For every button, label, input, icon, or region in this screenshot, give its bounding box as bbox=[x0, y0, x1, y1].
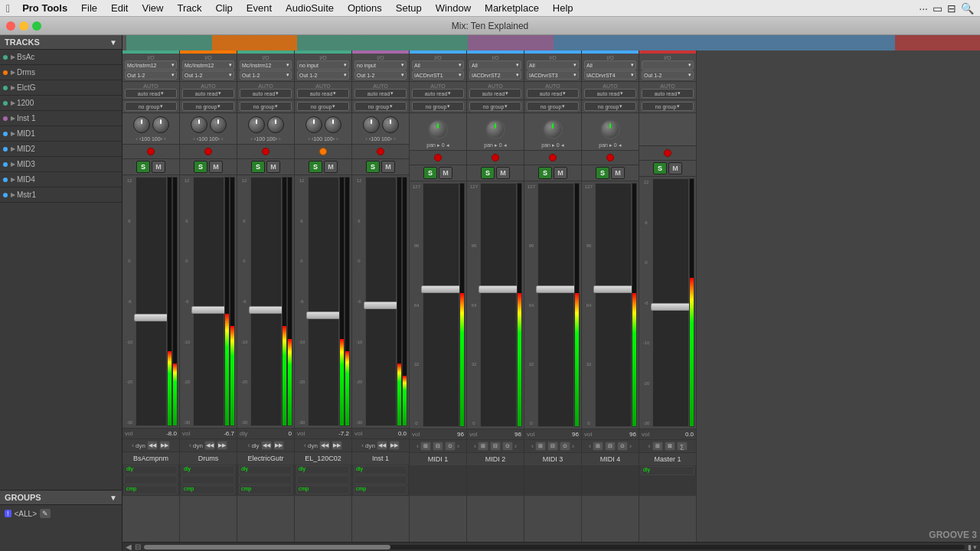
send-knob-right-electricgutr[interactable] bbox=[267, 116, 284, 133]
fader-bg-el_120c02[interactable] bbox=[308, 177, 339, 426]
io-in-arrow[interactable]: ▾ bbox=[631, 62, 634, 68]
trans-forward-el_120c02[interactable]: ▶▶ bbox=[332, 441, 342, 450]
io-input-midi3[interactable]: All ▾ bbox=[527, 60, 579, 70]
tracks-arrow[interactable]: ▼ bbox=[109, 38, 117, 47]
io-output-midi1[interactable]: IACDrvrST1 ▾ bbox=[412, 70, 464, 80]
trans-btn3-master1[interactable]: ∑ bbox=[677, 442, 688, 451]
pan-right-arrow[interactable]: › bbox=[279, 135, 281, 142]
fader-bg-drums[interactable] bbox=[193, 177, 224, 426]
fader-bg-midi2[interactable] bbox=[480, 183, 517, 427]
trans-rewind-inst1[interactable]: ◀◀ bbox=[377, 441, 387, 450]
trans-left-bsacmpnm[interactable]: ‹ bbox=[132, 442, 134, 449]
mute-button-bsacmpnm[interactable]: M bbox=[152, 161, 165, 173]
solo-button-electricgutr[interactable]: S bbox=[251, 161, 265, 173]
window-icon[interactable]: ▭ bbox=[933, 2, 942, 15]
io-out-arrow[interactable]: ▾ bbox=[631, 72, 634, 78]
send-button-midi3[interactable] bbox=[549, 154, 557, 161]
auto-selector-inst1[interactable]: auto read ▾ bbox=[354, 89, 407, 98]
plugin-slot-2[interactable]: cmp bbox=[239, 485, 292, 494]
trans-left-midi1[interactable]: ‹ bbox=[416, 442, 419, 450]
menu-pro-tools[interactable]: Pro Tools bbox=[16, 1, 74, 15]
send-button-drums[interactable] bbox=[204, 148, 212, 155]
send-button-master1[interactable] bbox=[664, 149, 671, 157]
search-icon[interactable]: 🔍 bbox=[961, 2, 974, 15]
trans-forward-bsacmpnm[interactable]: ▶▶ bbox=[159, 441, 170, 450]
trans-left-master1[interactable]: ‹ bbox=[648, 442, 651, 450]
plugin-slot-0[interactable]: dly bbox=[181, 465, 235, 474]
group-selector-electricgutr[interactable]: no group ▾ bbox=[240, 102, 292, 111]
mute-button-inst1[interactable]: M bbox=[381, 161, 395, 173]
io-output-el_120c02[interactable]: Out 1-2 ▾ bbox=[297, 70, 349, 80]
solo-button-midi2[interactable]: S bbox=[481, 167, 495, 179]
group-selector-midi4[interactable]: no group ▾ bbox=[584, 102, 636, 111]
trans-btn2-midi4[interactable]: ⊟ bbox=[605, 442, 616, 451]
io-in-arrow[interactable]: ▾ bbox=[286, 62, 289, 68]
track-item-elctg[interactable]: ▶ ElctG bbox=[0, 80, 122, 96]
track-item-inst 1[interactable]: ▶ Inst 1 bbox=[0, 111, 122, 126]
auto-arrow[interactable]: ▾ bbox=[505, 90, 508, 96]
io-in-arrow[interactable]: ▾ bbox=[459, 62, 462, 68]
send-knob-left-el_120c02[interactable] bbox=[305, 116, 322, 133]
apple-menu[interactable]:  bbox=[6, 2, 10, 15]
io-input-bsacmpnm[interactable]: Mc/Instrm12 ▾ bbox=[125, 60, 177, 70]
trans-rewind-bsacmpnm[interactable]: ◀◀ bbox=[147, 441, 158, 450]
send-knob-left-bsacmpnm[interactable] bbox=[133, 116, 150, 133]
io-out-arrow[interactable]: ▾ bbox=[344, 72, 347, 78]
trans-left-midi2[interactable]: ‹ bbox=[474, 442, 476, 450]
group-arrow[interactable]: ▾ bbox=[619, 103, 622, 109]
fader-bg-midi3[interactable] bbox=[537, 183, 574, 427]
fader-handle-master1[interactable] bbox=[651, 303, 691, 311]
auto-arrow[interactable]: ▾ bbox=[678, 90, 681, 96]
trans-btn2-midi3[interactable]: ⊟ bbox=[547, 442, 558, 451]
auto-selector-el_120c02[interactable]: auto read ▾ bbox=[297, 89, 349, 98]
scroll-thumb[interactable] bbox=[144, 545, 390, 549]
fader-handle-electricgutr[interactable] bbox=[249, 306, 283, 314]
trans-btn3-midi3[interactable]: ⊙ bbox=[560, 442, 570, 451]
fader-bg-midi4[interactable] bbox=[595, 183, 632, 427]
trans-rewind-electricgutr[interactable]: ◀◀ bbox=[261, 441, 272, 450]
io-out-arrow[interactable]: ▾ bbox=[688, 72, 691, 78]
io-in-arrow[interactable]: ▾ bbox=[516, 62, 519, 68]
solo-button-drums[interactable]: S bbox=[194, 161, 207, 173]
trans-left-midi4[interactable]: ‹ bbox=[589, 442, 591, 450]
send-knob-left-electricgutr[interactable] bbox=[248, 116, 265, 133]
io-input-inst1[interactable]: no input ▾ bbox=[354, 60, 407, 70]
trans-right-midi1[interactable]: › bbox=[457, 442, 459, 450]
trans-left-inst1[interactable]: ‹ bbox=[361, 442, 364, 449]
menu-setup[interactable]: Setup bbox=[390, 1, 428, 15]
io-out-arrow[interactable]: ▾ bbox=[286, 72, 289, 78]
send-button-bsacmpnm[interactable] bbox=[147, 148, 155, 155]
auto-selector-master1[interactable]: auto read ▾ bbox=[642, 89, 694, 98]
maximize-button[interactable] bbox=[32, 21, 41, 31]
menu-audiosuite[interactable]: AudioSuite bbox=[279, 1, 340, 15]
group-arrow[interactable]: ▾ bbox=[217, 103, 220, 109]
solo-button-midi4[interactable]: S bbox=[596, 167, 609, 179]
io-out-arrow[interactable]: ▾ bbox=[229, 72, 232, 78]
io-out-arrow[interactable]: ▾ bbox=[401, 72, 404, 78]
send-button-midi1[interactable] bbox=[434, 154, 442, 161]
io-in-arrow[interactable]: ▾ bbox=[401, 62, 404, 68]
fader-handle-bsacmpnm[interactable] bbox=[134, 314, 168, 321]
trans-btn1-midi2[interactable]: ⊞ bbox=[478, 442, 488, 451]
send-knob-left-inst1[interactable] bbox=[363, 116, 380, 133]
mute-button-electricgutr[interactable]: M bbox=[266, 161, 280, 173]
auto-arrow[interactable]: ▾ bbox=[563, 90, 566, 96]
trans-btn1-midi4[interactable]: ⊞ bbox=[593, 442, 603, 451]
io-output-bsacmpnm[interactable]: Out 1-2 ▾ bbox=[125, 70, 177, 80]
send-knob-left-drums[interactable] bbox=[191, 116, 207, 133]
pan-left-arrow[interactable]: ‹ bbox=[250, 135, 253, 142]
group-arrow[interactable]: ▾ bbox=[275, 103, 278, 109]
pan-left-arrow[interactable]: ‹ bbox=[193, 135, 195, 142]
io-out-arrow[interactable]: ▾ bbox=[516, 72, 519, 78]
minimize-icon[interactable]: ⊟ bbox=[947, 2, 956, 15]
auto-arrow[interactable]: ▾ bbox=[390, 90, 394, 96]
group-arrow[interactable]: ▾ bbox=[160, 103, 163, 109]
auto-arrow[interactable]: ▾ bbox=[620, 90, 623, 96]
trans-rewind-el_120c02[interactable]: ◀◀ bbox=[319, 441, 330, 450]
solo-button-bsacmpnm[interactable]: S bbox=[136, 161, 150, 173]
menu-file[interactable]: File bbox=[75, 1, 103, 15]
trans-forward-inst1[interactable]: ▶▶ bbox=[389, 441, 400, 450]
scroll-right-btn[interactable]: ⊟ bbox=[135, 543, 141, 551]
io-output-midi3[interactable]: IACDrvrST3 ▾ bbox=[527, 70, 579, 80]
send-button-electricgutr[interactable] bbox=[262, 148, 270, 155]
